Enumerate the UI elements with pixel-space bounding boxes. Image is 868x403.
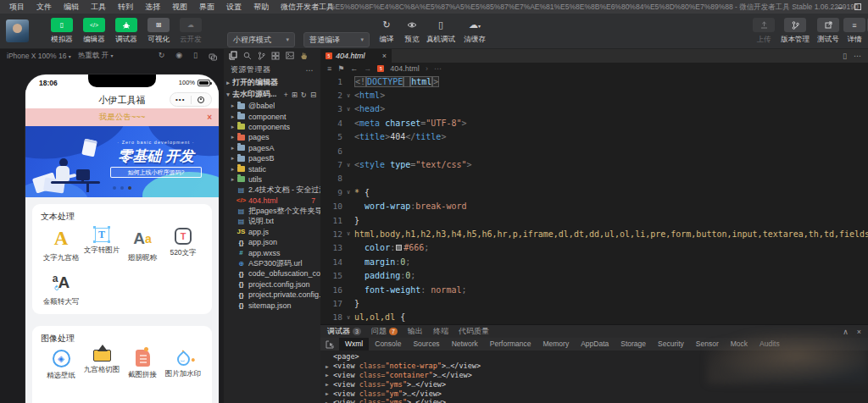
- tree-folder[interactable]: ▸@babel: [224, 101, 320, 111]
- tool-item[interactable]: T520文字: [163, 228, 203, 263]
- hot-reload-select[interactable]: 热重载 开 ▾: [78, 51, 114, 61]
- devtools-tab-wxml[interactable]: Wxml: [339, 338, 369, 351]
- tool-item[interactable]: Aa翅膀昵称: [122, 228, 163, 263]
- files-icon[interactable]: [229, 51, 237, 60]
- minimize-capsule-button[interactable]: [192, 97, 212, 103]
- devtools-tab-storage[interactable]: Storage: [615, 338, 652, 351]
- new-file-icon[interactable]: +: [284, 91, 288, 99]
- more-actions-icon[interactable]: ⋯: [306, 66, 314, 75]
- wxml-node[interactable]: <page>: [326, 352, 868, 362]
- tree-file[interactable]: JSapp.js: [224, 227, 320, 237]
- devtools-tab-sensor[interactable]: Sensor: [690, 338, 725, 351]
- maximize-button[interactable]: [854, 3, 861, 10]
- outline-icon[interactable]: ≡: [327, 64, 331, 73]
- menu-item[interactable]: 帮助: [248, 2, 275, 13]
- panel-tab[interactable]: 输出: [408, 326, 423, 337]
- menu-item[interactable]: 文件: [31, 2, 58, 13]
- tree-file[interactable]: ▤2.4技术文档 - 安全过滤...: [224, 185, 320, 195]
- tree-folder[interactable]: ▸utils: [224, 174, 320, 185]
- preview-image-icon[interactable]: [286, 52, 294, 59]
- banner-carousel[interactable]: · Zero basic development · 零基础 开发 如何上线小程…: [25, 126, 219, 197]
- wxml-node[interactable]: ▶<view class="ym">…</view>: [326, 389, 868, 398]
- remote-debug-button[interactable]: ▯ 真机调试: [424, 18, 458, 45]
- panel-tab[interactable]: 代码质量: [459, 326, 489, 337]
- wxml-node[interactable]: ▶<view class="notice-wrap">…</view>: [326, 362, 868, 371]
- code-line[interactable]: 11}: [320, 213, 868, 227]
- menu-item[interactable]: 项目: [3, 2, 31, 13]
- tool-item[interactable]: 精选壁纸: [41, 350, 81, 381]
- tool-item[interactable]: A文字九宫格: [41, 228, 81, 263]
- tree-file[interactable]: {}project.config.json: [224, 279, 320, 290]
- code-line[interactable]: 4<meta charset="UTF-8">: [320, 116, 868, 130]
- preview-button[interactable]: 预览: [398, 18, 426, 45]
- tree-file[interactable]: {}project.private.config.js...: [224, 290, 320, 300]
- collapse-all-icon[interactable]: ⊟: [310, 91, 316, 99]
- hand-tool-icon[interactable]: [300, 52, 308, 60]
- visualize-toggle-button[interactable]: ⊞ 可视化: [144, 18, 173, 45]
- tree-file[interactable]: {}app.json: [224, 237, 320, 247]
- tab-404-html[interactable]: 5 404.html ×: [320, 49, 392, 63]
- extensions-icon[interactable]: [271, 52, 280, 60]
- code-line[interactable]: 2∨<html>: [320, 88, 868, 102]
- tool-item[interactable]: 图片加水印: [163, 350, 203, 381]
- tree-file[interactable]: </>404.html7: [224, 196, 320, 206]
- minimize-button[interactable]: –: [837, 3, 843, 11]
- collapse-panel-icon[interactable]: ∧: [843, 328, 849, 336]
- menu-item[interactable]: 工具: [85, 2, 112, 13]
- more-menu-button[interactable]: •••: [170, 93, 191, 106]
- devtools-tab-appdata[interactable]: AppData: [575, 338, 615, 351]
- details-button[interactable]: ≡ 详情: [843, 18, 866, 45]
- open-editors-section[interactable]: ▸ 打开的编辑器: [224, 77, 320, 88]
- code-line[interactable]: 6: [320, 144, 868, 157]
- menu-item[interactable]: 编辑: [58, 2, 85, 13]
- close-tab-icon[interactable]: ×: [382, 52, 387, 60]
- rotate-icon[interactable]: [209, 53, 217, 61]
- tree-folder[interactable]: ▸static: [224, 163, 320, 174]
- code-editor[interactable]: 1<!DOCTYPE html>2∨<html>3∨<head>4<meta c…: [320, 75, 868, 324]
- tree-folder[interactable]: ▸component: [224, 111, 320, 121]
- code-line[interactable]: 12∨html,body,h1,h2,h3,h4,h5,h6,hr,p,ifra…: [320, 227, 868, 240]
- wxml-node[interactable]: ▶<view class="container">…</view>: [326, 371, 868, 380]
- device-select[interactable]: iPhone X 100% 16 ▾: [7, 52, 71, 60]
- simulator-toggle-button[interactable]: ▯ 模拟器: [47, 18, 76, 45]
- tree-file[interactable]: ▤说明.txt: [224, 216, 320, 226]
- workspace-section[interactable]: ▾ 去水印源码... + ⊞ ↻ ⊟: [224, 89, 320, 100]
- clear-cache-button[interactable]: ☁▾ 清缓存: [459, 18, 490, 45]
- mode-select[interactable]: 小程序模式 ▾: [227, 32, 295, 47]
- devtools-tab-mock[interactable]: Mock: [725, 338, 754, 351]
- devtools-tab-performance[interactable]: Performance: [484, 338, 537, 351]
- code-line[interactable]: 7∨<style type="text/css">: [320, 157, 868, 171]
- user-avatar[interactable]: [6, 19, 29, 42]
- inspect-element-icon[interactable]: [326, 340, 334, 349]
- tree-file[interactable]: #app.wxss: [224, 247, 320, 257]
- tool-item[interactable]: T文字转图片: [81, 228, 122, 263]
- tree-folder[interactable]: ▸pagesB: [224, 153, 320, 163]
- tool-item[interactable]: 截图拼接: [122, 350, 163, 381]
- close-panel-icon[interactable]: ×: [857, 328, 861, 336]
- split-editor-icon[interactable]: ▯: [843, 52, 847, 60]
- search-icon[interactable]: [243, 52, 252, 60]
- panel-tab[interactable]: 问题7: [371, 326, 398, 337]
- code-line[interactable]: 13 color:#666;: [320, 241, 868, 255]
- menu-item[interactable]: 界面: [193, 2, 220, 13]
- code-line[interactable]: 10 word-wrap:break-word: [320, 200, 868, 213]
- editor-toggle-button[interactable]: </> 编辑器: [80, 18, 108, 45]
- compile-mode-select[interactable]: 普通编译 ▾: [303, 32, 370, 47]
- code-line[interactable]: 15 padding:0;: [320, 268, 868, 282]
- tree-file[interactable]: {}sitemap.json: [224, 300, 320, 310]
- code-line[interactable]: 5<title>404</title>: [320, 130, 868, 144]
- menu-item[interactable]: 设置: [220, 2, 248, 13]
- panel-tab[interactable]: 终端: [433, 326, 448, 337]
- tool-item[interactable]: 九宫格切图: [81, 350, 122, 381]
- menu-item[interactable]: 选择: [139, 2, 166, 13]
- test-account-button[interactable]: 测试号: [814, 18, 843, 45]
- devtools-tab-audits[interactable]: Audits: [754, 338, 786, 351]
- tree-file[interactable]: ▤把pages整个文件夹导...: [224, 206, 320, 216]
- devtools-tab-security[interactable]: Security: [652, 338, 690, 351]
- code-line[interactable]: 18∨ul,ol,dl {: [320, 311, 868, 324]
- refresh-icon[interactable]: ↻: [159, 51, 165, 61]
- code-line[interactable]: 8: [320, 172, 868, 185]
- debugger-toggle-button[interactable]: 调试器: [112, 18, 141, 45]
- menu-item[interactable]: 转到: [112, 2, 139, 13]
- tree-file[interactable]: ⊕ASP300源码.url: [224, 258, 320, 268]
